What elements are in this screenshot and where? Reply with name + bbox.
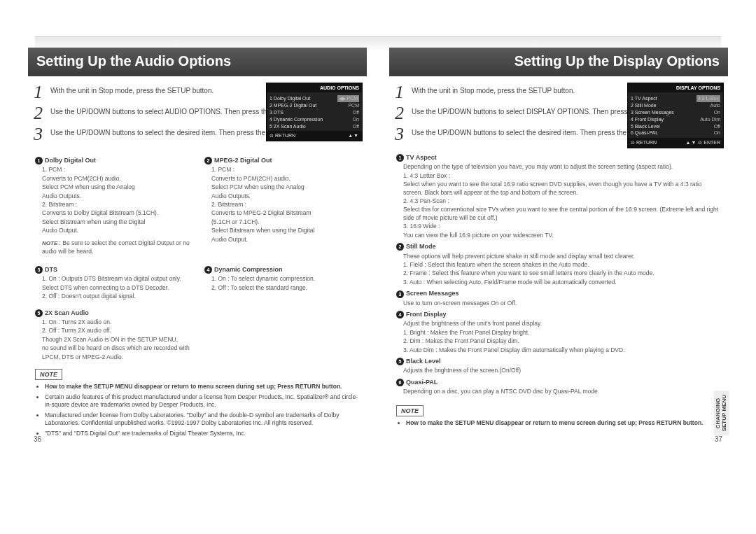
item-body: Depending on the type of television you … (396, 163, 721, 239)
sx-title: 2X Scan Audio (45, 309, 89, 316)
side-tab: CHANGING SETUP MENU (714, 391, 729, 435)
osd-audio-options: AUDIO OPTIONS 1 Dolby Digital Out◀▶ PCM … (266, 83, 363, 141)
dts-title: DTS (45, 266, 57, 273)
step-num: 3 (34, 125, 50, 143)
item-heading: 3Screen Messages (396, 289, 721, 297)
dd-title: Dolby Digital Out (45, 157, 96, 164)
item-heading: 4Front Display (396, 310, 721, 318)
item-body: Adjust the brightness of the unit's fron… (396, 320, 721, 354)
osd-title: AUDIO OPTIONS (267, 83, 362, 92)
item-heading: 1TV Aspect (396, 153, 721, 162)
manual-spread: Setting Up the Audio Options 1With the u… (0, 0, 756, 534)
item-heading: 2Still Mode (396, 242, 721, 251)
osd-display-options: DISPLAY OPTIONS 1 TV Aspect4:3 L-Box 2 S… (627, 83, 724, 148)
item-body: Depending on a disc, you can play a NTSC… (396, 388, 721, 395)
osd-title: DISPLAY OPTIONS (628, 83, 723, 92)
page-title-right: Setting Up the Display Options (389, 48, 728, 76)
note-label: NOTE (396, 405, 424, 416)
item-heading: 6Quasi-PAL (396, 378, 721, 386)
step-num: 3 (395, 125, 412, 143)
page-number-left: 36 (34, 435, 41, 444)
item-body: These options will help prevent picture … (396, 253, 721, 287)
note-list: How to make the SETUP MENU disappear or … (396, 419, 721, 427)
page-right: Setting Up the Display Options 1With the… (389, 48, 728, 440)
item-body: Use to turn on-screen messages On or Off… (396, 300, 721, 307)
page-left: Setting Up the Audio Options 1With the u… (28, 48, 367, 440)
step-num: 1 (395, 83, 412, 101)
item-heading: 5Black Level (396, 357, 721, 365)
note-label: NOTE (35, 369, 62, 380)
step-num: 2 (395, 104, 412, 122)
item-body: Adjusts the brightness of the screen.(On… (396, 367, 721, 374)
page-title-left: Setting Up the Audio Options (28, 48, 367, 76)
mp-title: MPEG-2 Digital Out (214, 157, 272, 164)
note-list: How to make the SETUP MENU disappear or … (35, 383, 360, 437)
dc-title: Dynamic Compression (214, 266, 283, 273)
page-number-right: 37 (715, 435, 722, 444)
step-num: 1 (34, 83, 50, 101)
step-num: 2 (34, 104, 50, 122)
